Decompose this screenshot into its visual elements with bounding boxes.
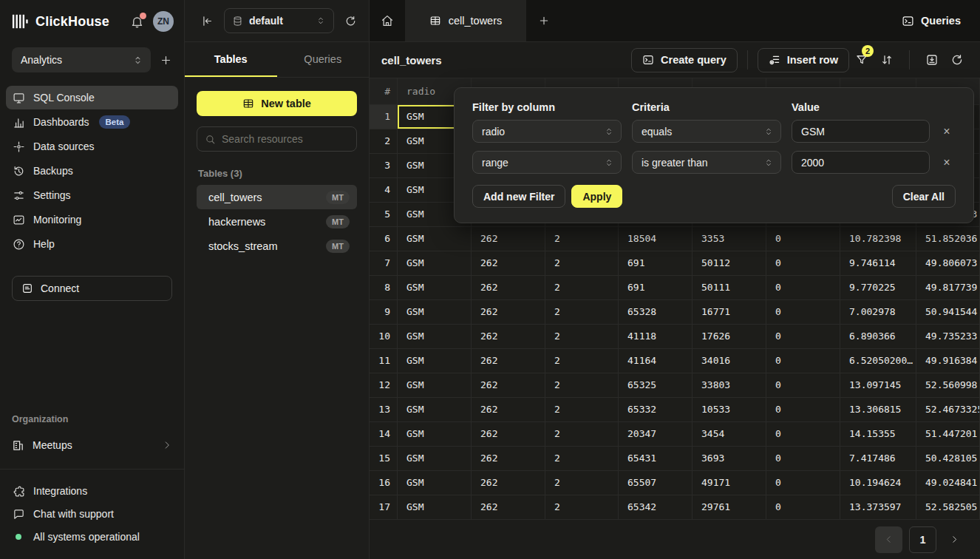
cell[interactable]: 20347 (619, 422, 693, 447)
cell[interactable]: GSM (398, 373, 472, 398)
tab-cell-towers[interactable]: cell_towers (405, 0, 526, 41)
cell[interactable]: GSM (398, 325, 472, 349)
cell[interactable]: 49.735233 (916, 325, 980, 349)
filter-column-select[interactable]: range (472, 151, 622, 174)
cell[interactable]: 0 (766, 349, 840, 373)
cell[interactable]: 2 (545, 447, 619, 471)
prev-page-button[interactable] (875, 526, 902, 553)
queries-button[interactable]: Queries (882, 0, 980, 41)
cell[interactable]: GSM (398, 227, 472, 251)
cell[interactable]: 7.002978 (840, 300, 916, 325)
table-list-item[interactable]: stocks_stream MT (197, 234, 357, 258)
apply-filter-button[interactable]: Apply (571, 185, 622, 208)
cell[interactable]: 262 (472, 373, 545, 398)
collapse-panel-icon[interactable] (201, 15, 214, 27)
cell[interactable]: 3693 (693, 447, 766, 471)
cell[interactable]: 0 (766, 447, 840, 471)
sidebar-item-backups[interactable]: Backups (6, 159, 178, 183)
cell[interactable]: 65342 (619, 495, 693, 519)
sidebar-item-settings[interactable]: Settings (6, 183, 178, 207)
cell[interactable]: 16771 (693, 300, 766, 325)
cell[interactable]: 51.852036 (916, 227, 980, 251)
cell[interactable]: 2 (545, 300, 619, 325)
cell[interactable]: 2 (545, 398, 619, 422)
cell[interactable]: 33803 (693, 373, 766, 398)
table-list-item[interactable]: cell_towers MT (197, 185, 357, 209)
sidebar-item-sql-console[interactable]: SQL Console (6, 86, 178, 109)
column-header[interactable]: # (370, 78, 398, 105)
refresh-data-button[interactable] (945, 48, 970, 72)
cell[interactable]: 51.447201 (916, 422, 980, 447)
cell[interactable]: 0 (766, 422, 840, 447)
cell[interactable]: 13.306815 (840, 398, 916, 422)
cell[interactable]: 50111 (693, 276, 766, 300)
cell[interactable]: 65332 (619, 398, 693, 422)
cell[interactable]: 0 (766, 227, 840, 251)
search-input[interactable] (222, 133, 355, 145)
remove-filter-button close-icon[interactable]: × (940, 120, 953, 143)
cell[interactable]: 0 (766, 276, 840, 300)
cell[interactable]: 50.941544 (916, 300, 980, 325)
cell[interactable]: 262 (472, 300, 545, 325)
cell[interactable]: GSM (398, 300, 472, 325)
cell[interactable]: 262 (472, 447, 545, 471)
cell[interactable]: 2 (545, 495, 619, 519)
cell[interactable]: 49.916384 (916, 349, 980, 373)
cell[interactable]: 2 (545, 251, 619, 276)
cell[interactable]: 691 (619, 251, 693, 276)
cell[interactable]: 262 (472, 495, 545, 519)
cell[interactable]: 65431 (619, 447, 693, 471)
cell[interactable]: 2 (545, 325, 619, 349)
sidebar-item-chat-support[interactable]: Chat with support (12, 503, 172, 525)
cell[interactable]: GSM (398, 422, 472, 447)
cell[interactable]: 7.417486 (840, 447, 916, 471)
cell[interactable]: 262 (472, 349, 545, 373)
cell[interactable]: 262 (472, 398, 545, 422)
cell[interactable]: 17626 (693, 325, 766, 349)
cell[interactable]: 10533 (693, 398, 766, 422)
cell[interactable]: 0 (766, 325, 840, 349)
cell[interactable]: 691 (619, 276, 693, 300)
cell[interactable]: 2 (545, 373, 619, 398)
filter-criteria-select[interactable]: is greater than (632, 151, 781, 174)
download-button[interactable] (919, 48, 945, 72)
cell[interactable]: 41118 (619, 325, 693, 349)
cell[interactable]: 10.782398 (840, 227, 916, 251)
cell[interactable]: 6.52050200… (840, 349, 916, 373)
filter-column-select[interactable]: radio (472, 120, 622, 143)
cell[interactable]: 3454 (693, 422, 766, 447)
filter-button[interactable]: 2 (849, 48, 874, 72)
cell[interactable]: 262 (472, 227, 545, 251)
workspace-select[interactable]: Analytics (12, 47, 151, 72)
cell[interactable]: 0 (766, 471, 840, 495)
cell[interactable]: 10.194624 (840, 471, 916, 495)
new-tab-button[interactable] (526, 0, 562, 41)
cell[interactable]: 2 (545, 276, 619, 300)
cell[interactable]: 18504 (619, 227, 693, 251)
remove-filter-button close-icon[interactable]: × (940, 151, 953, 174)
cell[interactable]: 65325 (619, 373, 693, 398)
sidebar-item-help[interactable]: Help (6, 232, 178, 256)
cell[interactable]: 49.024841 (916, 471, 980, 495)
filter-value-input[interactable] (792, 120, 930, 143)
cell[interactable]: 13.373597 (840, 495, 916, 519)
filter-criteria-select[interactable]: equals (632, 120, 781, 143)
clear-filters-button[interactable]: Clear All (892, 185, 956, 208)
insert-row-button[interactable]: Insert row (758, 48, 849, 72)
cell[interactable]: 262 (472, 251, 545, 276)
home-button[interactable] (370, 0, 405, 41)
cell[interactable]: 50112 (693, 251, 766, 276)
cell[interactable]: 52.4673325 (916, 398, 980, 422)
table-list-item[interactable]: hackernews MT (197, 209, 357, 234)
cell[interactable]: 13.097145 (840, 373, 916, 398)
notifications-button[interactable] (130, 15, 144, 29)
cell[interactable]: 65507 (619, 471, 693, 495)
cell[interactable]: 262 (472, 325, 545, 349)
cell[interactable]: GSM (398, 471, 472, 495)
sort-button[interactable] (874, 48, 899, 72)
tab-queries[interactable]: Queries (277, 42, 370, 77)
cell[interactable]: 29761 (693, 495, 766, 519)
cell[interactable]: GSM (398, 447, 472, 471)
connect-button[interactable]: Connect (12, 276, 172, 301)
cell[interactable]: 65328 (619, 300, 693, 325)
